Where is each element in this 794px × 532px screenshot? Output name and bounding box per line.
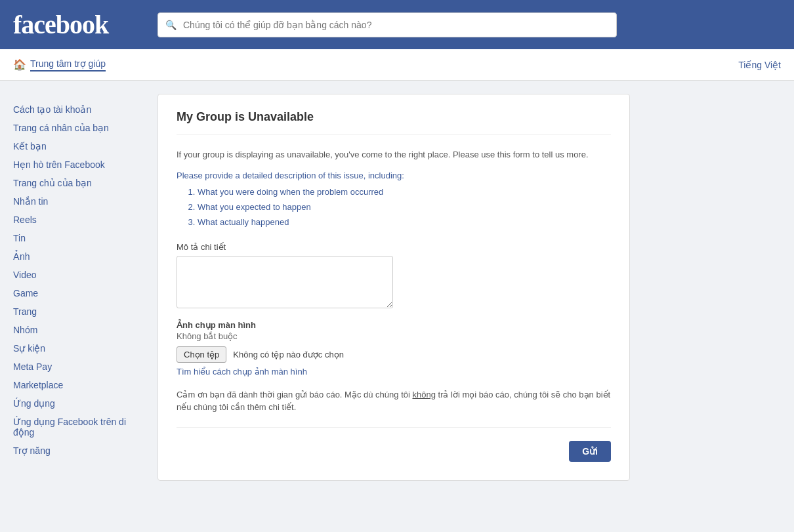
help-center-link[interactable]: Trung tâm trợ giúp bbox=[30, 58, 106, 72]
sidebar-item[interactable]: Cách tạo tài khoản bbox=[13, 100, 144, 119]
choose-file-button[interactable]: Chọn tệp bbox=[177, 346, 226, 363]
submit-button[interactable]: Gửi bbox=[569, 441, 611, 462]
screenshot-section: Ảnh chụp màn hình Không bắt buộc Chọn tệ… bbox=[177, 320, 611, 377]
header: facebook 🔍 bbox=[0, 0, 794, 49]
search-input[interactable] bbox=[157, 12, 617, 37]
description-label: Mô tả chi tiết bbox=[177, 242, 611, 252]
facebook-logo: facebook bbox=[13, 9, 144, 40]
list-item: What actually happened bbox=[198, 215, 611, 230]
sidebar-item[interactable]: Game bbox=[13, 284, 144, 302]
navbar-left: 🏠 Trung tâm trợ giúp bbox=[13, 58, 106, 72]
screenshot-label: Ảnh chụp màn hình bbox=[177, 320, 611, 330]
form-list-intro: Please provide a detailed description of… bbox=[177, 171, 611, 180]
main-layout: Cách tạo tài khoảnTrang cá nhân của bạnK… bbox=[0, 81, 794, 532]
sidebar-item[interactable]: Marketplace bbox=[13, 376, 144, 394]
form-card: My Group is Unavailable If your group is… bbox=[157, 94, 630, 481]
description-textarea[interactable] bbox=[177, 256, 393, 308]
sidebar-item[interactable]: Trợ năng bbox=[13, 441, 144, 460]
sidebar-item[interactable]: Kết bạn bbox=[13, 137, 144, 155]
sidebar-item[interactable]: Nhóm bbox=[13, 321, 144, 339]
sidebar-item[interactable]: Trang chủ của bạn bbox=[13, 174, 144, 192]
language-switcher[interactable]: Tiếng Việt bbox=[738, 60, 781, 70]
form-intro: If your group is displaying as unavailab… bbox=[177, 148, 611, 161]
sidebar-item[interactable]: Hẹn hò trên Facebook bbox=[13, 155, 144, 174]
form-title: My Group is Unavailable bbox=[177, 110, 611, 135]
file-row: Chọn tệp Không có tệp nào được chọn bbox=[177, 346, 611, 363]
list-intro-text: Please provide a detailed description of… bbox=[177, 171, 368, 180]
optional-label: Không bắt buộc bbox=[177, 331, 611, 341]
sidebar-item[interactable]: Trang bbox=[13, 302, 144, 321]
list-intro-link: including: bbox=[368, 171, 404, 180]
sidebar: Cách tạo tài khoảnTrang cá nhân của bạnK… bbox=[13, 94, 144, 519]
sidebar-item[interactable]: Ứng dụng bbox=[13, 394, 144, 413]
sidebar-item[interactable]: Tin bbox=[13, 229, 144, 247]
screenshot-help-link[interactable]: Tìm hiểu cách chụp ảnh màn hình bbox=[177, 367, 611, 377]
search-container: 🔍 bbox=[157, 12, 617, 37]
sidebar-item[interactable]: Sự kiện bbox=[13, 339, 144, 358]
list-item: What you expected to happen bbox=[198, 199, 611, 215]
search-icon: 🔍 bbox=[165, 20, 177, 30]
sidebar-item[interactable]: Reels bbox=[13, 211, 144, 229]
content-area: My Group is Unavailable If your group is… bbox=[157, 94, 630, 519]
sidebar-item[interactable]: Video bbox=[13, 266, 144, 284]
home-icon: 🏠 bbox=[13, 58, 26, 71]
sidebar-item[interactable]: Ứng dụng Facebook trên di động bbox=[13, 413, 144, 441]
form-list: What you were doing when the problem occ… bbox=[198, 184, 611, 230]
no-file-text: Không có tệp nào được chọn bbox=[233, 350, 344, 359]
sidebar-item[interactable]: Nhắn tin bbox=[13, 192, 144, 211]
sidebar-item[interactable]: Meta Pay bbox=[13, 358, 144, 376]
list-item: What you were doing when the problem occ… bbox=[198, 184, 611, 199]
sidebar-item[interactable]: Trang cá nhân của bạn bbox=[13, 119, 144, 137]
sidebar-item[interactable]: Ảnh bbox=[13, 247, 144, 266]
navbar: 🏠 Trung tâm trợ giúp Tiếng Việt bbox=[0, 49, 794, 81]
form-note: Cảm ơn bạn đã dành thời gian gửi báo cáo… bbox=[177, 388, 611, 414]
submit-row: Gửi bbox=[177, 427, 611, 462]
